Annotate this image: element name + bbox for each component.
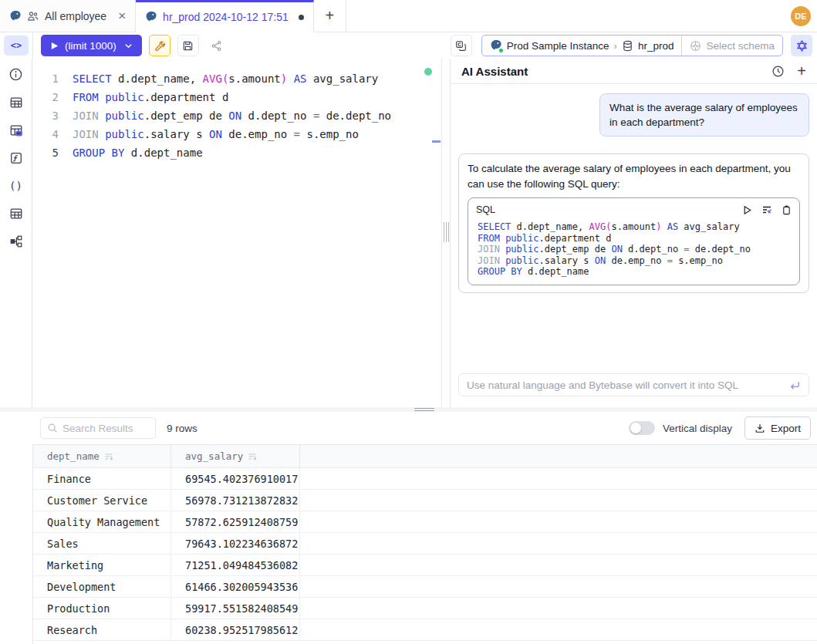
table-row[interactable]: Research60238.952517985612 (33, 619, 817, 641)
connection-scope: Prod Sample Instance › hr_prod Select sc… (481, 35, 783, 56)
editor-code-line: 1SELECT d.dept_name, AVG(s.amount) AS av… (32, 69, 441, 88)
ai-assistant-panel: AI Assistant + What is the average salar… (451, 59, 817, 407)
sql-code-block: SQL SELECT d.dept_name, AVG(s.amount) AS… (468, 197, 800, 285)
search-results-box (40, 417, 156, 439)
openai-assistant-button[interactable] (791, 35, 812, 56)
main-area: () 1SELECT d.dept_name, AVG(s.amount) AS… (0, 59, 817, 407)
database-label: hr_prod (638, 40, 674, 52)
tab-hr-prod[interactable]: hr_prod 2024-10-12 17:51 (136, 0, 314, 32)
table-row[interactable]: Customer Service56978.731213872832 (33, 490, 817, 511)
schema-cube-icon (690, 40, 701, 52)
vertical-display-label: Vertical display (663, 423, 732, 434)
enter-return-icon[interactable] (789, 379, 801, 391)
search-results-input[interactable] (62, 423, 149, 434)
ai-prompt-input[interactable] (467, 379, 789, 391)
code-panel-toggle-button[interactable]: <> (4, 35, 29, 56)
ai-chat-body: What is the average salary of employees … (451, 84, 817, 407)
share-button[interactable] (206, 35, 228, 56)
close-icon[interactable]: × (118, 9, 126, 22)
ai-code-line: JOIN public.salary s ON de.emp_no = s.em… (478, 255, 792, 267)
function-icon[interactable] (8, 150, 24, 166)
row-count-label: 9 rows (167, 423, 197, 434)
splitter-handle-icon (414, 408, 434, 411)
ai-code-line: JOIN public.dept_emp de ON d.dept_no = d… (478, 244, 792, 255)
schema-selector[interactable]: Select schema (681, 35, 782, 56)
postgres-icon (9, 10, 22, 22)
insert-code-icon[interactable] (761, 204, 772, 215)
column-header-dept-name[interactable]: dept_name (33, 445, 171, 467)
instance-label: Prod Sample Instance (507, 40, 609, 52)
ai-assistant-header: AI Assistant + (451, 59, 817, 84)
tab-all-employee[interactable]: All employee × (0, 0, 136, 32)
splitter-handle-icon (444, 222, 449, 242)
ai-code-line: GROUP BY d.dept_name (478, 266, 792, 278)
status-dot-green (498, 48, 504, 53)
assistant-message: To calculate the average salary of emplo… (458, 153, 809, 293)
copy-code-icon[interactable] (782, 205, 792, 215)
schema-diagram-icon[interactable] (8, 233, 24, 249)
table-header-row: dept_name avg_salary (33, 445, 817, 468)
run-label: (limit 1000) (65, 40, 116, 52)
editor-code-line: 2FROM public.department d (32, 88, 441, 106)
sort-icon (104, 452, 113, 461)
table-row[interactable]: Production59917.551582408549 (33, 598, 817, 619)
run-code-icon[interactable] (742, 205, 752, 215)
table-icon-2[interactable] (8, 205, 24, 221)
parentheses-icon[interactable]: () (8, 177, 24, 194)
table-row[interactable]: Quality Management57872.625912408759 (33, 511, 817, 533)
tab-label: All employee (45, 10, 106, 22)
new-tab-button[interactable]: + (314, 0, 346, 32)
sql-editor[interactable]: 1SELECT d.dept_name, AVG(s.amount) AS av… (32, 59, 441, 407)
export-label: Export (771, 423, 801, 434)
connection-status-dot (424, 68, 432, 76)
tab-label: hr_prod 2024-10-12 17:51 (163, 11, 289, 23)
table-icon[interactable] (8, 94, 24, 110)
batch-query-button[interactable] (451, 35, 472, 56)
assistant-intro-text: To calculate the average salary of emplo… (468, 163, 791, 190)
ai-code-line: FROM public.department d (478, 233, 792, 244)
vertical-splitter[interactable] (441, 59, 451, 407)
database-icon (622, 40, 633, 52)
user-avatar[interactable]: DE (791, 6, 811, 26)
chevron-right-icon: › (614, 40, 617, 52)
history-clock-icon[interactable] (771, 65, 785, 78)
chevron-down-icon (124, 42, 133, 50)
info-icon[interactable] (8, 66, 24, 83)
editor-code-line: 5GROUP BY d.dept_name (32, 143, 441, 162)
sql-editor-app: All employee × hr_prod 2024-10-12 17:51 … (0, 0, 817, 644)
code-lines: SELECT d.dept_name, AVG(s.amount) AS avg… (468, 219, 799, 285)
editor-sidebar: () (0, 59, 32, 407)
postgres-icon (145, 11, 157, 23)
sort-icon (248, 452, 257, 461)
table-row[interactable]: Marketing71251.049484536082 (33, 555, 817, 576)
table-row[interactable]: Finance69545.402376910017 (33, 468, 817, 490)
tab-bar: All employee × hr_prod 2024-10-12 17:51 … (0, 0, 817, 32)
code-lang-label: SQL (476, 202, 495, 217)
results-toolbar: 9 rows Vertical display Export (0, 412, 817, 444)
run-query-button[interactable]: (limit 1000) (41, 35, 142, 56)
editor-code-line: 3JOIN public.dept_emp de ON d.dept_no = … (32, 106, 441, 125)
vertical-display-toggle[interactable] (629, 421, 655, 435)
column-header-avg-salary[interactable]: avg_salary (171, 445, 300, 467)
user-message-bubble: What is the average salary of employees … (599, 93, 809, 137)
export-button[interactable]: Export (744, 416, 811, 440)
ai-assistant-title: AI Assistant (461, 65, 528, 78)
new-chat-plus-icon[interactable]: + (797, 63, 806, 79)
play-icon (50, 42, 59, 50)
editor-code: 1SELECT d.dept_name, AVG(s.amount) AS av… (32, 69, 441, 162)
table-row[interactable]: Development61466.302005943536 (33, 576, 817, 598)
horizontal-splitter[interactable] (0, 407, 817, 412)
table-row[interactable]: Sales79643.102234636872 (33, 533, 817, 555)
save-button[interactable] (177, 35, 199, 56)
unsaved-dot-icon (299, 15, 304, 20)
postgres-icon (490, 39, 502, 52)
editor-toolbar: <> (limit 1000) (0, 32, 817, 59)
users-icon (27, 10, 39, 22)
divider (32, 32, 33, 59)
download-icon (755, 423, 765, 433)
instance-database-selector[interactable]: Prod Sample Instance › hr_prod (482, 35, 682, 56)
ai-input-box (458, 373, 809, 396)
admin-wrench-button[interactable] (149, 35, 170, 56)
toolbar-right: Prod Sample Instance › hr_prod Select sc… (451, 35, 812, 56)
external-table-icon[interactable] (8, 122, 24, 138)
